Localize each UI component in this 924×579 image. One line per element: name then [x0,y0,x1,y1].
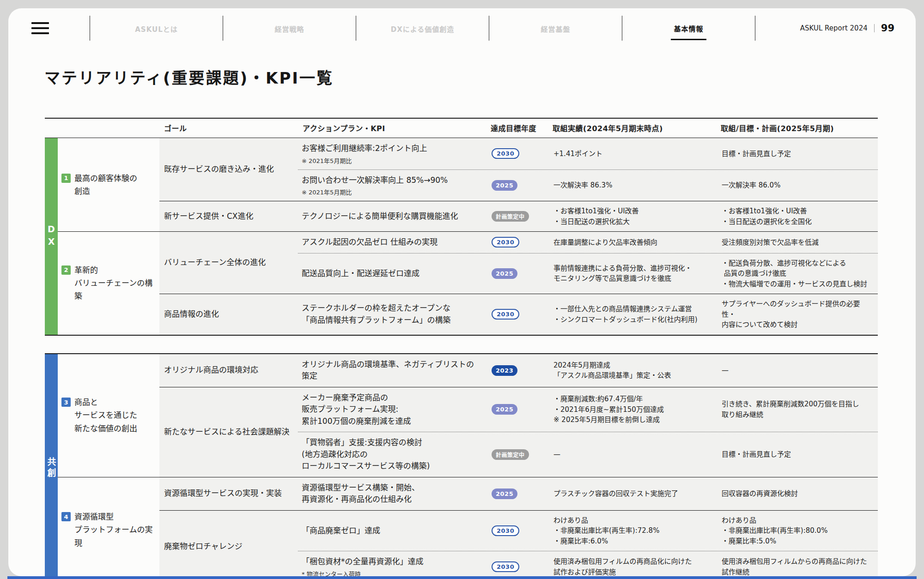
kpi-text: オリジナル商品の環境基準、ネガティブリストの策定 [302,359,480,382]
kpi-note: ※ 2021年5月期比 [302,156,480,165]
kpi-tables: ゴール アクションプラン・KPI 達成目標年度 取組実績(2024年5月期末時点… [45,118,878,576]
tab-keiei-senryaku[interactable]: 経営戦略 [223,16,356,41]
tab-label: ASKULとは [132,17,181,39]
result-text: 在庫量調整により欠品率改善傾向 [548,233,716,253]
goal-group: 廃棄物ゼロチャレンジ 「商品廃棄ゼロ」達成 2030 わけあり品 ・ [159,510,878,577]
header-result: 取組実績(2024年5月期末時点) [548,119,716,138]
result-text: ・一部仕入先との商品情報連携システム運営 ・シンクロマートダッシュボード化(社内… [548,299,716,329]
menu-button[interactable] [8,16,90,41]
kpi-row: ステークホルダーの枠を超えたオープンな 「商品情報共有プラットフォーム」の構築 … [298,294,878,335]
result-text: — [548,445,716,464]
target-year-badge: 計画策定中 [492,211,529,222]
kpi-row: 資源循環型サービス構築・開始、 再資源化・再商品化の仕組み化 2025 プラスチ… [298,477,878,510]
kpi-row: お問い合わせ一次解決率向上 85%→90% ※ 2021年5月期比 2025 一… [298,169,878,201]
result-text: ・廃棄削減数:約67.4万個/年 ・2021年6月度~累計150万個達成 ※ 2… [548,389,716,430]
kpi-row: メーカー廃棄予定商品の 販売プラットフォーム実現: 累計100万個の廃棄削減を達… [298,387,878,432]
item-title: 商品と サービスを通じた 新たな価値の創出 [74,396,137,434]
top-nav: ASKULとは 経営戦略 DXによる価値創造 経営基盤 基本情報 ASKUL R… [8,16,916,41]
item-title: 資源循環型 プラットフォームの実現 [74,510,157,549]
result-text: わけあり品 ・非廃棄出庫比率(再生率):72.8% ・廃棄比率:6.0% [548,511,716,551]
goal-group: 新サービス提供・CX進化 テクノロジーによる簡単便利な購買機能進化 計画策定中 [159,201,878,231]
target-year-badge: 2030 [492,525,519,536]
hamburger-menu-icon[interactable] [31,22,49,34]
plan-text: わけあり品 ・非廃棄出庫比率(再生率):80.0% ・廃棄比率:5.0% [716,511,878,551]
kpi-row: テクノロジーによる簡単便利な購買機能進化 計画策定中 ・お客様1to1強化・UI… [298,201,878,231]
goal-group: バリューチェーン全体の進化 アスクル起因の欠品ゼロ 仕組みの実現 2030 [159,232,878,294]
kpi-row: お客様ご利用継続率:2ポイント向上 ※ 2021年5月期比 2030 +1.41… [298,138,878,169]
result-text: プラスチック容器の回収テスト実施完了 [548,484,716,504]
item-number-badge: 3 [61,398,71,407]
plan-text: ・お客様1to1強化・UI改善 ・当日配送の選択化を全国化 [716,201,878,231]
kpi-row: アスクル起因の欠品ゼロ 仕組みの実現 2030 在庫量調整により欠品率改善傾向 … [298,232,878,253]
tab-label: DXによる価値創造 [388,17,457,39]
materiality-item-2: 2 革新的 バリューチェーンの構築 バリューチェーン全体の進化 アスクル起因の欠… [58,231,878,335]
plan-text: 一次解決率 86.0% [716,175,878,195]
tab-keiei-kiban[interactable]: 経営基盤 [489,16,622,41]
dx-section-bar-label: DX [46,224,56,249]
header-target-year: 達成目標年度 [486,119,548,138]
goal-text: バリューチェーン全体の進化 [159,232,298,294]
header-plan: 取組/目標・計画(2025年5月期) [716,119,878,138]
materiality-item-4: 4 資源循環型 プラットフォームの実現 資源循環型サービスの実現・実装 資源循環… [58,477,878,577]
target-year-badge: 2025 [492,268,517,279]
kpi-row: 配送品質向上・配送遅延ゼロ達成 2025 事前情報連携による負荷分散、進捗可視化… [298,253,878,294]
goal-group: オリジナル商品の環境対応 オリジナル商品の環境基準、ネガティブリストの策定 20… [159,354,878,387]
item-title: 革新的 バリューチェーンの構築 [74,264,157,302]
goal-text: 資源循環型サービスの実現・実装 [159,477,298,510]
goal-group: 資源循環型サービスの実現・実装 資源循環型サービス構築・開始、 再資源化・再商品… [159,477,878,510]
kpi-note: ※ 2021年5月期比 [302,187,480,196]
kpi-text: お客様ご利用継続率:2ポイント向上 [302,143,480,155]
item-number-badge: 2 [61,265,71,275]
materiality-item-1: 1 最高の顧客体験の 創造 既存サービスの磨き込み・進化 お客様ご利用継続率:2… [58,138,878,231]
plan-text: — [716,361,878,380]
target-year-badge: 2025 [492,489,517,499]
kpi-text: メーカー廃棄予定商品の 販売プラットフォーム実現: 累計100万個の廃棄削減を達… [302,392,480,428]
result-text: ・お客様1to1強化・UI改善 ・当日配送の選択化拡大 [548,201,716,231]
target-year-badge: 2025 [492,404,517,415]
item-number-badge: 4 [61,512,71,521]
target-year-badge: 2030 [492,237,519,247]
plan-text: 目標・計画見直し予定 [716,445,878,464]
tab-label: 経営基盤 [538,17,573,39]
goal-text: 新たなサービスによる社会課題解決 [159,387,298,477]
header-action-kpi: アクションプラン・KPI [298,119,486,138]
nav-right-area: ASKUL Report 2024 99 [755,16,916,41]
report-title: ASKUL Report 2024 [800,24,868,32]
item-title: 最高の顧客体験の 創造 [74,172,137,198]
tab-askul-toha[interactable]: ASKULとは [90,16,223,41]
kpi-row: 「買物弱者」支援:支援内容の検討 (地方過疎化対応の ローカルコマースサービス等… [298,432,878,477]
plan-text: サプライヤーへのダッシュボード提供の必要性・ 内容について改めて検討 [716,294,878,335]
goal-group: 商品情報の進化 ステークホルダーの枠を超えたオープンな 「商品情報共有プラットフ… [159,294,878,335]
kpi-text: お問い合わせ一次解決率向上 85%→90% [302,175,480,187]
target-year-badge: 計画策定中 [492,449,529,460]
target-year-badge: 2023 [492,365,517,376]
dx-section-table: DX 1 最高の顧客体験の 創造 既存サービスの磨き込み・進化 [45,138,878,336]
kpi-row: 「梱包資材*の全量再資源化」達成 * 物流センター入荷時 2030 使用済み梱包… [298,551,878,576]
separator [874,24,875,32]
kpi-text: 配送品質向上・配送遅延ゼロ達成 [302,268,480,280]
kpi-row: 「商品廃棄ゼロ」達成 2030 わけあり品 ・非廃棄出庫比率(再生率):72.8… [298,511,878,551]
plan-text: 使用済み梱包用フィルムからの再商品に向けた試作継続 [716,552,878,576]
tab-kihon-joho-active[interactable]: 基本情報 [622,16,755,41]
goal-text: 既存サービスの磨き込み・進化 [159,138,298,201]
result-text: 事前情報連携による負荷分散、進捗可視化・ モニタリング等で品質意識づけを徹底 [548,259,716,289]
target-year-badge: 2030 [492,561,519,572]
cocreation-section-bar-label: 共創 [45,457,58,479]
item-number-badge: 1 [61,174,71,183]
header-goal: ゴール [159,119,298,138]
bottom-accent-bar [7,576,917,579]
goal-group: 既存サービスの磨き込み・進化 お客様ご利用継続率:2ポイント向上 ※ 2021年… [159,138,878,201]
goal-group: 新たなサービスによる社会課題解決 メーカー廃棄予定商品の 販売プラットフォーム実… [159,387,878,477]
header-spacer [45,119,159,138]
result-text: 使用済み梱包用フィルムの再商品化に向けた 試作および評価実施 [548,552,716,576]
kpi-text: 資源循環型サービス構築・開始、 再資源化・再商品化の仕組み化 [302,482,480,506]
cocreation-section-table: 共創 3 商品と サービスを通じた 新たな価値の創出 オリジナル商品の環境対応 [45,353,878,577]
materiality-item-3: 3 商品と サービスを通じた 新たな価値の創出 オリジナル商品の環境対応 オリジ… [58,354,878,477]
kpi-text: ステークホルダーの枠を超えたオープンな 「商品情報共有プラットフォーム」の構築 [302,302,480,326]
kpi-text: アスクル起因の欠品ゼロ 仕組みの実現 [302,236,480,248]
plan-text: 回収容器の再資源化検討 [716,484,878,504]
kpi-row: オリジナル商品の環境基準、ネガティブリストの策定 2023 2024年5月期達成… [298,354,878,387]
page-number: 99 [881,23,894,34]
tab-dx-value[interactable]: DXによる価値創造 [356,16,489,41]
kpi-note: * 物流センター入荷時 [302,569,480,577]
